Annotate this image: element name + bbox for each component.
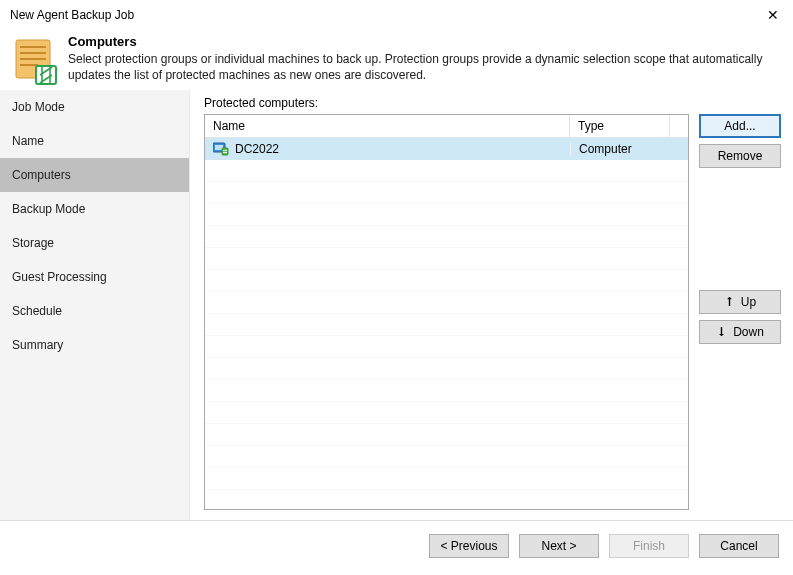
finish-button: Finish bbox=[609, 534, 689, 558]
table-body: DC2022 Computer bbox=[205, 138, 688, 509]
svg-rect-2 bbox=[20, 52, 46, 54]
previous-button[interactable]: < Previous bbox=[429, 534, 509, 558]
step-backup-mode[interactable]: Backup Mode bbox=[0, 192, 189, 226]
svg-rect-1 bbox=[20, 46, 46, 48]
svg-rect-10 bbox=[223, 152, 227, 153]
arrow-down-icon: 🠗 bbox=[716, 326, 727, 338]
step-computers[interactable]: Computers bbox=[0, 158, 189, 192]
column-header-type[interactable]: Type bbox=[570, 115, 670, 137]
cancel-button[interactable]: Cancel bbox=[699, 534, 779, 558]
add-button[interactable]: Add... bbox=[699, 114, 781, 138]
svg-rect-3 bbox=[20, 58, 46, 60]
svg-rect-5 bbox=[36, 66, 56, 84]
wizard-header: Computers Select protection groups or in… bbox=[0, 30, 793, 90]
wizard-icon bbox=[12, 34, 58, 86]
section-label: Protected computers: bbox=[204, 96, 781, 110]
step-job-mode[interactable]: Job Mode bbox=[0, 90, 189, 124]
window-title: New Agent Backup Job bbox=[10, 8, 763, 22]
step-storage[interactable]: Storage bbox=[0, 226, 189, 260]
column-header-name[interactable]: Name bbox=[205, 115, 570, 137]
wizard-footer: < Previous Next > Finish Cancel bbox=[0, 520, 793, 570]
step-summary[interactable]: Summary bbox=[0, 328, 189, 362]
up-button[interactable]: 🠕 Up bbox=[699, 290, 781, 314]
table-row[interactable]: DC2022 Computer bbox=[205, 138, 688, 160]
svg-rect-4 bbox=[20, 64, 38, 66]
svg-rect-8 bbox=[222, 148, 228, 155]
action-buttons: Add... Remove 🠕 Up 🠗 Down bbox=[699, 114, 781, 510]
arrow-up-icon: 🠕 bbox=[724, 296, 735, 308]
close-icon[interactable]: ✕ bbox=[763, 7, 783, 23]
row-name: DC2022 bbox=[235, 142, 279, 156]
header-description: Select protection groups or individual m… bbox=[68, 51, 781, 83]
down-button[interactable]: 🠗 Down bbox=[699, 320, 781, 344]
computers-table[interactable]: Name Type bbox=[204, 114, 689, 510]
step-name[interactable]: Name bbox=[0, 124, 189, 158]
wizard-steps-sidebar: Job Mode Name Computers Backup Mode Stor… bbox=[0, 90, 190, 520]
header-heading: Computers bbox=[68, 34, 781, 49]
row-type: Computer bbox=[570, 142, 670, 156]
step-guest-processing[interactable]: Guest Processing bbox=[0, 260, 189, 294]
svg-rect-9 bbox=[223, 150, 227, 151]
next-button[interactable]: Next > bbox=[519, 534, 599, 558]
table-header: Name Type bbox=[205, 115, 688, 138]
remove-button[interactable]: Remove bbox=[699, 144, 781, 168]
main-panel: Protected computers: Name Type bbox=[190, 90, 793, 520]
step-schedule[interactable]: Schedule bbox=[0, 294, 189, 328]
computer-icon bbox=[213, 142, 229, 156]
titlebar: New Agent Backup Job ✕ bbox=[0, 0, 793, 30]
